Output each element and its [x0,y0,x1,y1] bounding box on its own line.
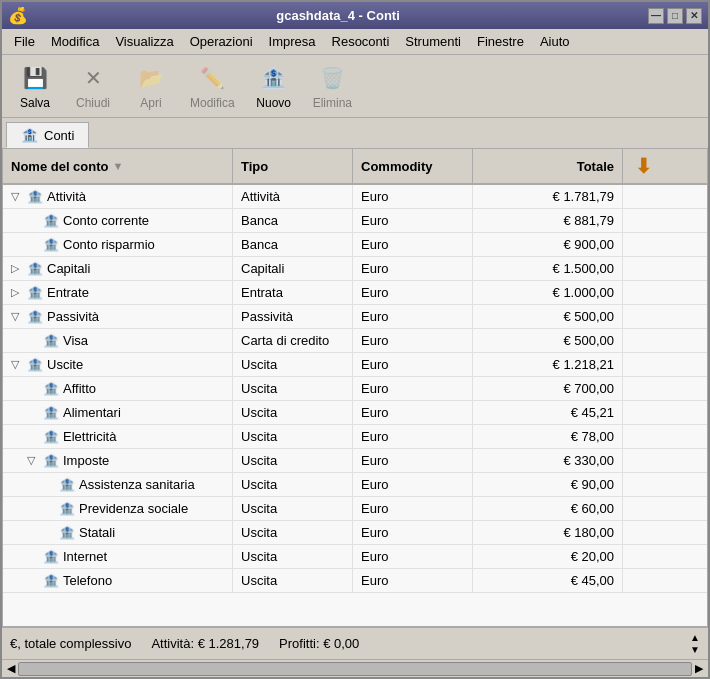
menubar-item-aiuto[interactable]: Aiuto [532,31,578,52]
account-name: Visa [63,333,88,348]
table-row[interactable]: ▷ 🏦 Entrate Entrata Euro € 1.000,00 [3,281,707,305]
cell-name: ▷ 🏦 Capitali [3,257,233,280]
cell-tipo: Uscita [233,497,353,520]
cell-empty [623,353,663,376]
cell-totale: € 1.781,79 [473,185,623,208]
cell-name: 🏦 Statali [3,521,233,544]
cell-totale: € 180,00 [473,521,623,544]
menubar-item-strumenti[interactable]: Strumenti [397,31,469,52]
scroll-down-arrow[interactable]: ▼ [690,644,700,655]
scroll-right-arrow[interactable]: ▶ [692,662,706,675]
cell-totale: € 78,00 [473,425,623,448]
table-row[interactable]: 🏦 Conto corrente Banca Euro € 881,79 [3,209,707,233]
account-name: Internet [63,549,107,564]
cell-empty [623,569,663,592]
nuovo-button[interactable]: 🏦 Nuovo [249,59,299,113]
table-row[interactable]: 🏦 Assistenza sanitaria Uscita Euro € 90,… [3,473,707,497]
nuovo-label: Nuovo [256,96,291,110]
restore-button[interactable]: □ [667,8,683,24]
expand-icon[interactable]: ▽ [11,358,23,371]
cell-commodity: Euro [353,353,473,376]
account-name: Conto risparmio [63,237,155,252]
menubar-item-finestre[interactable]: Finestre [469,31,532,52]
table-row[interactable]: 🏦 Conto risparmio Banca Euro € 900,00 [3,233,707,257]
table-row[interactable]: 🏦 Visa Carta di credito Euro € 500,00 [3,329,707,353]
sort-direction-icon[interactable]: ⬇ [635,154,652,178]
statusbar-scroll-arrows[interactable]: ▲ ▼ [690,632,700,655]
cell-name: 🏦 Alimentari [3,401,233,424]
minimize-button[interactable]: — [648,8,664,24]
account-name: Capitali [47,261,90,276]
sort-arrow-icon: ▼ [113,160,124,172]
cell-name: 🏦 Telefono [3,569,233,592]
cell-totale: € 20,00 [473,545,623,568]
statusbar-inner: €, totale complessivo Attività: € 1.281,… [10,636,690,651]
table-row[interactable]: ▽ 🏦 Passività Passività Euro € 500,00 [3,305,707,329]
expand-icon[interactable]: ▽ [11,190,23,203]
cell-totale: € 45,21 [473,401,623,424]
account-icon: 🏦 [43,549,59,564]
cell-tipo: Entrata [233,281,353,304]
horizontal-scrollbar-track[interactable] [18,662,692,676]
table-row[interactable]: 🏦 Previdenza sociale Uscita Euro € 60,00 [3,497,707,521]
cell-totale: € 60,00 [473,497,623,520]
expand-icon[interactable]: ▽ [11,310,23,323]
menubar-item-operazioni[interactable]: Operazioni [182,31,261,52]
table-row[interactable]: ▽ 🏦 Imposte Uscita Euro € 330,00 [3,449,707,473]
expand-icon[interactable]: ▷ [11,286,23,299]
elimina-label: Elimina [313,96,352,110]
close-button[interactable]: ✕ [686,8,702,24]
cell-tipo: Uscita [233,449,353,472]
table-row[interactable]: 🏦 Alimentari Uscita Euro € 45,21 [3,401,707,425]
table-row[interactable]: 🏦 Internet Uscita Euro € 20,00 [3,545,707,569]
menubar-item-modifica[interactable]: Modifica [43,31,107,52]
menubar-item-visualizza[interactable]: Visualizza [107,31,181,52]
account-name: Attività [47,189,86,204]
table-row[interactable]: 🏦 Elettricità Uscita Euro € 78,00 [3,425,707,449]
cell-empty [623,521,663,544]
table-row[interactable]: 🏦 Statali Uscita Euro € 180,00 [3,521,707,545]
account-icon: 🏦 [43,381,59,396]
statusbar: €, totale complessivo Attività: € 1.281,… [2,627,708,659]
chiudi-icon: ✕ [77,62,109,94]
table-row[interactable]: 🏦 Telefono Uscita Euro € 45,00 [3,569,707,593]
account-name: Alimentari [63,405,121,420]
table-row[interactable]: ▽ 🏦 Uscite Uscita Euro € 1.218,21 [3,353,707,377]
tab-conti-label: Conti [44,128,74,143]
titlebar: 💰 gcashdata_4 - Conti — □ ✕ [2,2,708,29]
cell-empty [623,377,663,400]
account-name: Previdenza sociale [79,501,188,516]
sort-direction-cell[interactable]: ⬇ [623,149,663,183]
modifica-icon: ✏️ [196,62,228,94]
cell-empty [623,497,663,520]
cell-commodity: Euro [353,209,473,232]
menubar-item-resoconti[interactable]: Resoconti [324,31,398,52]
cell-tipo: Uscita [233,353,353,376]
salva-button[interactable]: 💾 Salva [10,59,60,113]
cell-tipo: Carta di credito [233,329,353,352]
cell-totale: € 1.218,21 [473,353,623,376]
expand-icon[interactable]: ▽ [27,454,39,467]
account-name: Imposte [63,453,109,468]
cell-totale: € 881,79 [473,209,623,232]
tab-conti[interactable]: 🏦 Conti [6,122,89,148]
titlebar-icon: 💰 [8,6,28,25]
table-row[interactable]: ▷ 🏦 Capitali Capitali Euro € 1.500,00 [3,257,707,281]
cell-name: 🏦 Previdenza sociale [3,497,233,520]
menubar-item-impresa[interactable]: Impresa [261,31,324,52]
scroll-up-arrow[interactable]: ▲ [690,632,700,643]
account-icon: 🏦 [43,237,59,252]
table-row[interactable]: ▽ 🏦 Attività Attività Euro € 1.781,79 [3,185,707,209]
salva-icon: 💾 [19,62,51,94]
expand-icon[interactable]: ▷ [11,262,23,275]
table-row[interactable]: 🏦 Affitto Uscita Euro € 700,00 [3,377,707,401]
cell-empty [623,281,663,304]
account-icon: 🏦 [27,189,43,204]
account-name: Entrate [47,285,89,300]
titlebar-title: gcashdata_4 - Conti [28,8,648,23]
cell-totale: € 500,00 [473,329,623,352]
cell-name: 🏦 Internet [3,545,233,568]
menubar-item-file[interactable]: File [6,31,43,52]
account-name: Elettricità [63,429,116,444]
scroll-left-arrow[interactable]: ◀ [4,662,18,675]
